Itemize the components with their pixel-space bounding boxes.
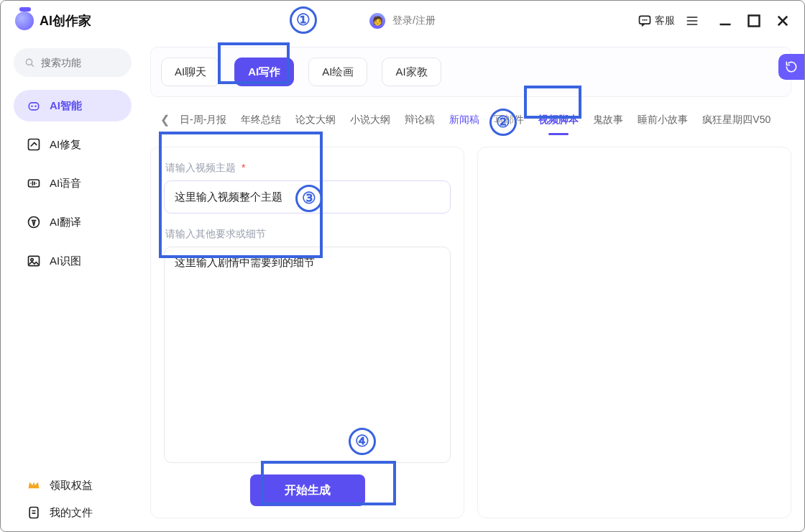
subtab-item-6[interactable]: 视频脚本 bbox=[538, 114, 579, 127]
robot-icon bbox=[27, 98, 41, 113]
tab-ai-tutor[interactable]: AI家教 bbox=[382, 58, 441, 86]
sidebar-benefits[interactable]: 领取权益 bbox=[27, 478, 132, 492]
details-field-label: 请输入其他要求或细节 bbox=[165, 228, 451, 241]
svg-rect-9 bbox=[29, 139, 40, 150]
logo-icon bbox=[15, 12, 34, 30]
tab-ai-writing[interactable]: AI写作 bbox=[234, 58, 294, 86]
search-box[interactable] bbox=[14, 48, 132, 77]
subtab-item-7[interactable]: 鬼故事 bbox=[593, 114, 623, 127]
svg-point-1 bbox=[643, 19, 644, 21]
sidebar-benefits-label: 领取权益 bbox=[50, 479, 93, 492]
wand-icon bbox=[27, 137, 41, 152]
sidebar-item-label: AI修复 bbox=[50, 138, 81, 152]
titlebar: AI创作家 🧑 登录/注册 客服 bbox=[1, 1, 804, 41]
content-split: 请输入视频主题 * 请输入其他要求或细节 开始生成 bbox=[150, 147, 791, 518]
hamburger-icon bbox=[685, 14, 699, 28]
subtab-prev-icon[interactable]: ❮ bbox=[160, 113, 170, 127]
tab-ai-painting[interactable]: AI绘画 bbox=[308, 58, 367, 86]
svg-point-13 bbox=[31, 259, 33, 261]
close-icon bbox=[776, 14, 790, 28]
file-icon bbox=[27, 505, 41, 520]
search-icon bbox=[24, 55, 35, 70]
main: AI聊天 AI写作 AI绘画 AI家教 ❮ 日-周-月报 年终总结 论文大纲 小… bbox=[144, 41, 804, 531]
svg-point-8 bbox=[34, 106, 37, 108]
sidebar-item-ai-translate[interactable]: AI翻译 bbox=[14, 206, 132, 238]
topic-field-label: 请输入视频主题 * bbox=[165, 162, 451, 175]
generate-button[interactable]: 开始生成 bbox=[250, 474, 365, 506]
maximize-button[interactable] bbox=[747, 14, 761, 28]
sidebar-item-ai-repair[interactable]: AI修复 bbox=[14, 129, 132, 160]
sidebar-my-files-label: 我的文件 bbox=[50, 506, 93, 520]
subtab-item-8[interactable]: 睡前小故事 bbox=[638, 114, 688, 127]
sidebar-item-ai-smart[interactable]: AI智能 bbox=[14, 90, 132, 121]
subtab-item-1[interactable]: 论文大纲 bbox=[295, 114, 336, 127]
sidebar-item-label: AI翻译 bbox=[50, 216, 81, 229]
details-textarea[interactable] bbox=[164, 247, 451, 463]
sidebar-bottom: 领取权益 我的文件 bbox=[14, 478, 132, 520]
subtab-prev-label[interactable]: 日-周-月报 bbox=[180, 114, 226, 127]
sidebar-item-label: AI识图 bbox=[50, 254, 81, 268]
layout: AI智能 AI修复 AI语音 AI翻译 AI识图 领取权益 bbox=[1, 41, 804, 531]
header-center: 🧑 登录/注册 bbox=[369, 13, 436, 29]
topic-label-text: 请输入视频主题 bbox=[165, 162, 236, 173]
sidebar-item-label: AI智能 bbox=[50, 99, 82, 113]
sub-tabs: ❮ 日-周-月报 年终总结 论文大纲 小说大纲 辩论稿 新闻稿 写邮件 视频脚本… bbox=[150, 104, 791, 135]
subtab-item-4[interactable]: 新闻稿 bbox=[449, 114, 479, 127]
topic-input[interactable] bbox=[164, 180, 451, 214]
minimize-button[interactable] bbox=[718, 14, 732, 28]
tab-ai-chat[interactable]: AI聊天 bbox=[161, 58, 220, 86]
generate-wrap: 开始生成 bbox=[164, 474, 451, 506]
customer-service-label: 客服 bbox=[655, 14, 675, 27]
subtab-item-5[interactable]: 写邮件 bbox=[494, 114, 524, 127]
svg-rect-4 bbox=[749, 16, 760, 27]
clock-arrow-icon bbox=[784, 60, 799, 74]
crown-icon bbox=[27, 478, 41, 492]
sidebar: AI智能 AI修复 AI语音 AI翻译 AI识图 领取权益 bbox=[1, 41, 144, 531]
waveform-icon bbox=[27, 176, 41, 191]
customer-service-button[interactable]: 客服 bbox=[638, 14, 675, 28]
left-panel: 请输入视频主题 * 请输入其他要求或细节 开始生成 bbox=[150, 147, 464, 518]
minimize-icon bbox=[718, 14, 732, 28]
sidebar-item-ai-voice[interactable]: AI语音 bbox=[14, 168, 132, 199]
sidebar-item-label: AI语音 bbox=[50, 177, 81, 191]
required-asterisk: * bbox=[242, 162, 245, 173]
avatar[interactable]: 🧑 bbox=[369, 13, 385, 29]
svg-point-5 bbox=[26, 59, 32, 65]
subtab-item-2[interactable]: 小说大纲 bbox=[350, 114, 390, 127]
details-label-text: 请输入其他要求或细节 bbox=[165, 228, 266, 239]
chat-bubble-icon bbox=[638, 14, 652, 28]
svg-point-7 bbox=[31, 106, 33, 108]
sidebar-nav: AI智能 AI修复 AI语音 AI翻译 AI识图 bbox=[14, 90, 132, 277]
sidebar-item-ai-image[interactable]: AI识图 bbox=[14, 245, 132, 277]
maximize-icon bbox=[747, 14, 761, 28]
svg-point-2 bbox=[644, 19, 645, 21]
subtab-item-3[interactable]: 辩论稿 bbox=[405, 114, 435, 127]
image-icon bbox=[27, 254, 41, 268]
app-logo: AI创作家 bbox=[15, 12, 91, 30]
menu-button[interactable] bbox=[685, 14, 699, 28]
login-register-link[interactable]: 登录/注册 bbox=[392, 14, 436, 27]
sidebar-spacer bbox=[14, 277, 132, 478]
sidebar-my-files[interactable]: 我的文件 bbox=[27, 505, 132, 520]
close-button[interactable] bbox=[776, 14, 790, 28]
svg-point-3 bbox=[646, 19, 648, 21]
app-title: AI创作家 bbox=[40, 12, 91, 29]
svg-point-11 bbox=[29, 217, 40, 228]
window-controls bbox=[718, 14, 790, 28]
right-panel bbox=[477, 147, 791, 518]
history-fab[interactable] bbox=[778, 54, 804, 80]
header-right: 客服 bbox=[638, 14, 790, 28]
subtab-item-9[interactable]: 疯狂星期四V50 bbox=[702, 114, 770, 127]
translate-icon bbox=[27, 215, 41, 229]
subtab-item-0[interactable]: 年终总结 bbox=[241, 114, 281, 127]
search-input[interactable] bbox=[41, 57, 121, 68]
top-tabs: AI聊天 AI写作 AI绘画 AI家教 bbox=[150, 47, 791, 97]
svg-rect-6 bbox=[29, 103, 38, 110]
